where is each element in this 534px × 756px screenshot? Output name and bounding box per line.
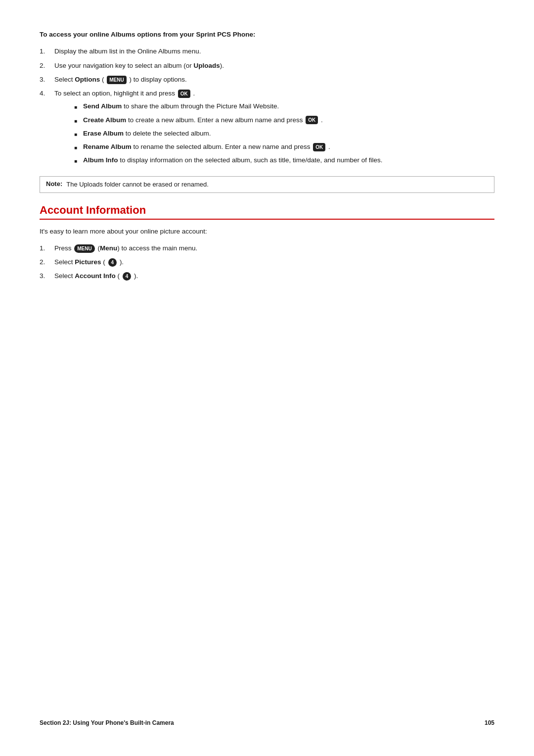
account-information-heading: Account Information <box>40 204 494 220</box>
note-text: The Uploads folder cannot be erased or r… <box>66 180 209 189</box>
account-intro: It's easy to learn more about your onlin… <box>40 227 494 236</box>
bullet-erase-album: ■ Erase Album to delete the selected alb… <box>74 129 383 139</box>
send-album-bold: Send Album <box>83 102 122 110</box>
bullet-albuminfo-text: Album Info to display information on the… <box>83 155 383 165</box>
bullet-album-info: ■ Album Info to display information on t… <box>74 155 383 165</box>
bullet-icon-2: ■ <box>74 117 83 125</box>
account-info-bold: Account Info <box>75 272 116 280</box>
note-box: Note: The Uploads folder cannot be erase… <box>40 176 494 193</box>
step-1-text: Display the album list in the Online Alb… <box>54 47 201 56</box>
bullet-rename-text: Rename Album to rename the selected albu… <box>83 142 330 152</box>
step-2: 2. Use your navigation key to select an … <box>40 61 494 71</box>
bullet-icon-4: ■ <box>74 144 83 151</box>
account-step-3: 3. Select Account Info ( 4 ). <box>40 271 494 281</box>
accountinfo-icon-badge: 4 <box>123 272 132 281</box>
account-step-2: 2. Select Pictures ( 4 ). <box>40 257 494 267</box>
menu-icon-round: MENU <box>74 244 94 253</box>
options-bold: Options <box>75 76 100 83</box>
bullet-icon-1: ■ <box>74 103 83 111</box>
pictures-icon-badge: 4 <box>108 258 117 267</box>
account-step-1-num: 1. <box>40 243 54 253</box>
account-step-2-text: Select Pictures ( 4 ). <box>54 257 124 267</box>
bullet-icon-3: ■ <box>74 131 83 138</box>
steps-list: 1. Display the album list in the Online … <box>40 47 494 169</box>
uploads-bold: Uploads <box>193 62 220 69</box>
bullet-create-album: ■ Create Album to create a new album. En… <box>74 115 383 125</box>
bullet-icon-5: ■ <box>74 157 83 165</box>
page-number: 105 <box>485 719 494 726</box>
menu-icon-badge: MENU <box>107 76 126 84</box>
account-step-1-text: Press MENU (Menu) to access the main men… <box>54 243 197 253</box>
account-step-1: 1. Press MENU (Menu) to access the main … <box>40 243 494 253</box>
rename-album-bold: Rename Album <box>83 143 132 150</box>
bullet-rename-album: ■ Rename Album to rename the selected al… <box>74 142 383 152</box>
step-4-num: 4. <box>40 89 54 98</box>
step-1: 1. Display the album list in the Online … <box>40 47 494 56</box>
bullet-erase-text: Erase Album to delete the selected album… <box>83 129 211 139</box>
step-4-text: To select an option, highlight it and pr… <box>54 89 383 169</box>
create-album-bold: Create Album <box>83 116 126 124</box>
account-steps-list: 1. Press MENU (Menu) to access the main … <box>40 243 494 282</box>
bullet-list: ■ Send Album to share the album through … <box>74 101 383 165</box>
step-4: 4. To select an option, highlight it and… <box>40 89 494 169</box>
step-3: 3. Select Options ( MENU ) to display op… <box>40 75 494 85</box>
bullet-send-album: ■ Send Album to share the album through … <box>74 101 383 111</box>
account-step-3-text: Select Account Info ( 4 ). <box>54 271 138 281</box>
bullet-create-text: Create Album to create a new album. Ente… <box>83 115 323 125</box>
footer-left: Section 2J: Using Your Phone's Built-in … <box>40 719 174 726</box>
ok-icon-badge-1: OK <box>178 90 190 98</box>
page-content: To access your online Albums options fro… <box>40 30 494 282</box>
step-1-num: 1. <box>40 47 54 56</box>
bullet-send-text: Send Album to share the album through th… <box>83 101 279 111</box>
footer: Section 2J: Using Your Phone's Built-in … <box>40 719 494 726</box>
ok-icon-badge-3: OK <box>313 143 325 151</box>
step-3-num: 3. <box>40 75 54 85</box>
erase-album-bold: Erase Album <box>83 130 124 137</box>
ok-icon-badge-2: OK <box>306 116 318 124</box>
intro-heading: To access your online Albums options fro… <box>40 30 494 40</box>
album-info-bold: Album Info <box>83 156 118 164</box>
account-step-3-num: 3. <box>40 271 54 281</box>
step-2-text: Use your navigation key to select an alb… <box>54 61 224 71</box>
menu-bold: Menu <box>100 244 117 252</box>
pictures-bold: Pictures <box>75 258 101 266</box>
note-label: Note: <box>46 180 62 188</box>
step-2-num: 2. <box>40 61 54 71</box>
account-step-2-num: 2. <box>40 257 54 267</box>
step-3-text: Select Options ( MENU ) to display optio… <box>54 75 187 85</box>
